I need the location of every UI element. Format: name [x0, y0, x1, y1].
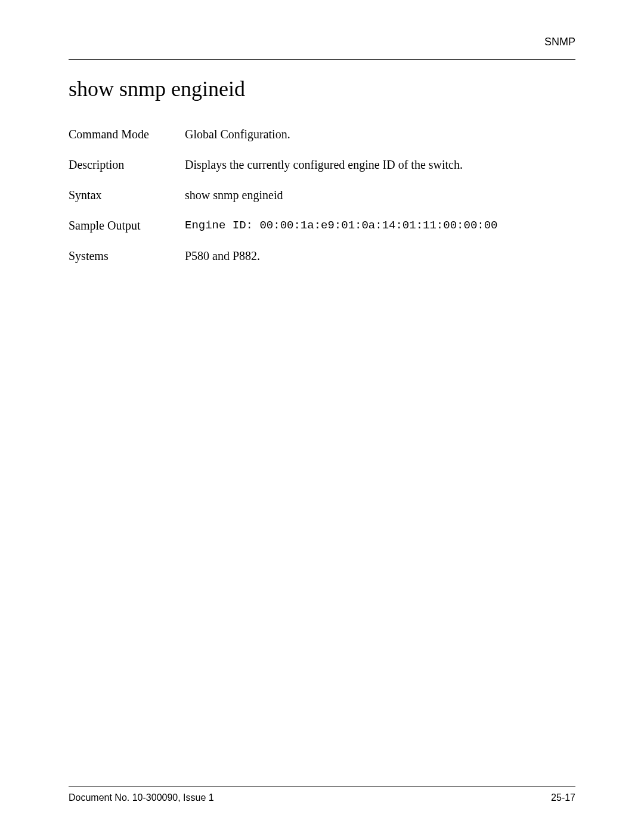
page-container: SNMP show snmp engineid Command Mode Glo… — [0, 0, 644, 833]
page-title: show snmp engineid — [69, 76, 575, 101]
def-row-sample-output: Sample Output Engine ID: 00:00:1a:e9:01:… — [69, 219, 575, 233]
header-rule — [69, 59, 575, 60]
def-value: Global Configuration. — [185, 128, 575, 141]
header-section: SNMP — [69, 36, 575, 59]
def-value: Displays the currently configured engine… — [185, 158, 575, 172]
footer-row: Document No. 10-300090, Issue 1 25-17 — [69, 792, 575, 803]
def-label: Syntax — [69, 188, 185, 202]
footer-rule — [69, 786, 575, 786]
def-row-description: Description Displays the currently confi… — [69, 158, 575, 172]
def-label: Sample Output — [69, 219, 185, 233]
def-row-syntax: Syntax show snmp engineid — [69, 188, 575, 202]
def-label: Command Mode — [69, 128, 185, 141]
def-row-command-mode: Command Mode Global Configuration. — [69, 128, 575, 141]
def-label: Description — [69, 158, 185, 172]
header-section-text: SNMP — [544, 36, 575, 48]
def-label: Systems — [69, 249, 185, 263]
footer-page-number: 25-17 — [551, 792, 575, 803]
def-row-systems: Systems P580 and P882. — [69, 249, 575, 263]
def-value: show snmp engineid — [185, 188, 575, 202]
def-value: P580 and P882. — [185, 249, 575, 263]
def-value: Engine ID: 00:00:1a:e9:01:0a:14:01:11:00… — [185, 219, 575, 233]
page-footer: Document No. 10-300090, Issue 1 25-17 — [69, 786, 575, 803]
footer-doc-number: Document No. 10-300090, Issue 1 — [69, 792, 214, 803]
